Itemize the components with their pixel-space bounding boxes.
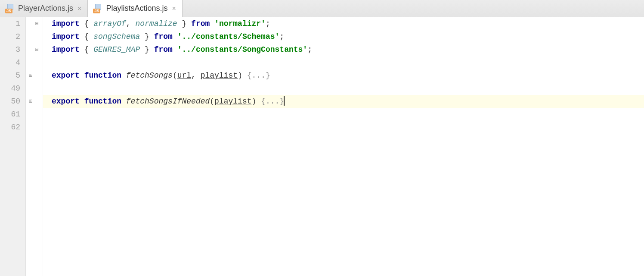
keyword: from (154, 32, 173, 41)
folded-region[interactable]: {...} (247, 71, 270, 80)
line-number: 1 (0, 17, 20, 30)
string: '../constants/Schemas' (177, 32, 280, 41)
punct: { (80, 32, 93, 41)
code-line-current[interactable]: export function fetchSongsIfNeeded(playl… (43, 95, 644, 108)
punct: ; (266, 19, 270, 28)
line-number: 2 (0, 30, 20, 43)
punct: { (80, 45, 93, 54)
punct: , (191, 71, 201, 80)
string: 'normalizr' (214, 19, 266, 28)
punct: } (177, 19, 191, 28)
line-number: 50 (0, 95, 20, 108)
parameter: url (177, 71, 191, 80)
keyword: import (52, 19, 80, 28)
keyword: export (52, 71, 80, 80)
code-line[interactable]: import { GENRES_MAP } from '../constants… (43, 43, 644, 56)
keyword: function (84, 97, 121, 106)
keyword: from (191, 19, 210, 28)
identifier: GENRES_MAP (93, 45, 140, 54)
tab-label: PlaylistsActions.js (106, 4, 167, 13)
punct: } (140, 45, 154, 54)
code-line[interactable] (43, 108, 644, 121)
editor: 1 2 3 4 5 49 50 61 62 ⊟ ⊟ ⊞ ⊞ import { a… (0, 17, 644, 276)
function-name: fetchSongsIfNeeded (126, 97, 210, 106)
line-number: 5 (0, 69, 20, 82)
fold-collapse-icon[interactable]: ⊟ (34, 17, 40, 30)
folded-region[interactable]: {...} (261, 97, 284, 106)
close-icon[interactable]: × (77, 5, 82, 13)
punct: ; (307, 45, 312, 54)
tab-playlists-actions[interactable]: PlaylistsActions.js × (88, 0, 182, 17)
punct: } (140, 32, 154, 41)
fold-expand-icon[interactable]: ⊞ (28, 69, 34, 82)
identifier: songSchema (93, 32, 140, 41)
line-number: 49 (0, 82, 20, 95)
tab-player-actions[interactable]: PlayerActions.js × (0, 0, 88, 17)
line-number: 62 (0, 121, 20, 134)
identifier: normalize (135, 19, 177, 28)
line-number: 61 (0, 108, 20, 121)
code-line[interactable] (43, 82, 644, 95)
parameter: playlist (201, 71, 238, 80)
punct: ) (252, 97, 261, 106)
code-line[interactable] (43, 56, 644, 69)
keyword: export (52, 97, 80, 106)
tabs-bar: PlayerActions.js × PlaylistsActions.js × (0, 0, 644, 17)
keyword: from (154, 45, 173, 54)
code-line[interactable]: import { songSchema } from '../constants… (43, 30, 644, 43)
code-line[interactable]: export function fetchSongs(url, playlist… (43, 69, 644, 82)
punct: ) (238, 71, 247, 80)
code-line[interactable] (43, 121, 644, 134)
punct: ( (210, 97, 214, 106)
punct: , (126, 19, 136, 28)
line-number: 3 (0, 43, 20, 56)
code-area[interactable]: import { arrayOf, normalize } from 'norm… (43, 17, 644, 276)
punct: { (80, 19, 93, 28)
fold-column: ⊟ ⊟ ⊞ ⊞ (26, 17, 43, 276)
parameter: playlist (214, 97, 251, 106)
keyword: import (52, 32, 80, 41)
js-file-icon (93, 4, 102, 13)
identifier: arrayOf (93, 19, 126, 28)
keyword: function (84, 71, 121, 80)
keyword: import (52, 45, 80, 54)
punct: ( (173, 71, 177, 80)
line-gutter: 1 2 3 4 5 49 50 61 62 (0, 17, 26, 276)
line-number: 4 (0, 56, 20, 69)
punct: ; (279, 32, 284, 41)
close-icon[interactable]: × (171, 5, 176, 13)
js-file-icon (5, 4, 15, 13)
text-caret (284, 96, 285, 106)
tab-label: PlayerActions.js (18, 4, 73, 13)
fold-expand-icon[interactable]: ⊞ (28, 95, 34, 108)
string: '../constants/SongConstants' (177, 45, 307, 54)
function-name: fetchSongs (126, 71, 173, 80)
code-line[interactable]: import { arrayOf, normalize } from 'norm… (43, 17, 644, 30)
fold-collapse-icon[interactable]: ⊟ (34, 43, 40, 56)
